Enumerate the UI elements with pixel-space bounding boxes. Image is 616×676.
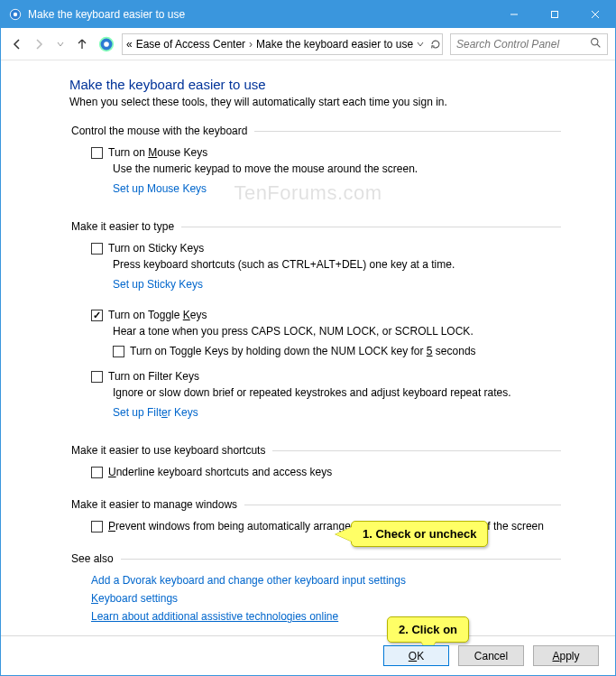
- search-icon: [590, 37, 602, 51]
- group-seealso: See also Add a Dvorak keyboard and chang…: [69, 552, 561, 635]
- group-seealso-legend: See also: [69, 552, 121, 565]
- svg-point-8: [592, 38, 598, 44]
- checkbox-sticky-keys[interactable]: [91, 243, 103, 255]
- refresh-icon[interactable]: [429, 38, 442, 51]
- desc-filter-keys: Ignore or slow down brief or repeated ke…: [113, 386, 561, 399]
- label-underline-shortcuts[interactable]: Underline keyboard shortcuts and access …: [108, 466, 332, 478]
- breadcrumb[interactable]: « Ease of Access Center › Make the keybo…: [122, 33, 443, 55]
- link-setup-filter-keys[interactable]: Set up Filter Keys: [113, 406, 198, 419]
- ok-button[interactable]: OK: [383, 645, 449, 666]
- svg-point-7: [104, 42, 109, 47]
- back-button[interactable]: [8, 35, 26, 53]
- breadcrumb-item-ease[interactable]: Ease of Access Center: [136, 38, 245, 51]
- content-area: TenForums.com Make the keyboard easier t…: [1, 60, 615, 635]
- group-mouse-legend: Control the mouse with the keyboard: [69, 125, 254, 137]
- checkbox-filter-keys[interactable]: [91, 371, 103, 383]
- breadcrumb-dropdown-icon[interactable]: [417, 41, 424, 48]
- maximize-button[interactable]: [534, 1, 575, 28]
- group-type-legend: Make it easier to type: [69, 220, 181, 233]
- minimize-button[interactable]: [493, 1, 534, 28]
- footer: 2. Click on OK Cancel Apply: [1, 635, 615, 675]
- apply-button[interactable]: Apply: [533, 645, 599, 666]
- checkbox-prevent-arrange[interactable]: [91, 521, 103, 532]
- desc-sticky-keys: Press keyboard shortcuts (such as CTRL+A…: [113, 258, 561, 271]
- link-setup-mouse-keys[interactable]: Set up Mouse Keys: [113, 182, 207, 195]
- group-shortcuts: Make it easier to use keyboard shortcuts…: [69, 444, 561, 493]
- checkbox-toggle-hold[interactable]: [113, 346, 124, 357]
- svg-line-9: [597, 44, 600, 47]
- checkbox-toggle-keys[interactable]: [91, 310, 103, 321]
- annotation-check-uncheck: 1. Check or uncheck: [351, 521, 488, 547]
- checkbox-mouse-keys[interactable]: [91, 147, 103, 159]
- checkbox-underline-shortcuts[interactable]: [91, 467, 103, 478]
- link-setup-sticky-keys[interactable]: Set up Sticky Keys: [113, 278, 203, 291]
- window-title: Make the keyboard easier to use: [28, 8, 493, 21]
- page-subtitle: When you select these tools, they will a…: [69, 96, 561, 108]
- breadcrumb-item-keyboard[interactable]: Make the keyboard easier to use: [256, 38, 413, 51]
- up-button[interactable]: [73, 35, 91, 53]
- svg-rect-3: [551, 12, 557, 18]
- desc-mouse-keys: Use the numeric keypad to move the mouse…: [113, 162, 561, 175]
- link-keyboard-settings[interactable]: Keyboard settings: [91, 592, 561, 605]
- link-assistive-tech[interactable]: Learn about additional assistive technol…: [91, 610, 561, 623]
- label-sticky-keys[interactable]: Turn on Sticky Keys: [108, 242, 204, 255]
- annotation-click-on: 2. Click on: [387, 616, 469, 643]
- group-windows-legend: Make it easier to manage windows: [69, 498, 244, 511]
- group-mouse: Control the mouse with the keyboard Turn…: [69, 125, 561, 215]
- control-panel-icon: [8, 7, 23, 22]
- label-filter-keys[interactable]: Turn on Filter Keys: [108, 370, 199, 383]
- close-button[interactable]: [575, 1, 615, 28]
- breadcrumb-icon: [98, 36, 115, 52]
- titlebar: Make the keyboard easier to use: [1, 1, 615, 28]
- group-type: Make it easier to type Turn on Sticky Ke…: [69, 220, 561, 439]
- breadcrumb-prefix[interactable]: «: [126, 38, 133, 51]
- cancel-button[interactable]: Cancel: [458, 645, 524, 666]
- desc-toggle-keys: Hear a tone when you press CAPS LOCK, NU…: [113, 325, 561, 338]
- group-shortcuts-legend: Make it easier to use keyboard shortcuts: [69, 444, 272, 457]
- recent-dropdown[interactable]: [51, 35, 69, 53]
- forward-button[interactable]: [30, 35, 48, 53]
- link-dvorak[interactable]: Add a Dvorak keyboard and change other k…: [91, 574, 561, 587]
- label-toggle-keys[interactable]: Turn on Toggle Keys: [108, 309, 207, 321]
- chevron-right-icon: ›: [249, 38, 253, 51]
- svg-point-1: [14, 13, 17, 16]
- navbar: « Ease of Access Center › Make the keybo…: [1, 28, 615, 60]
- search-placeholder: Search Control Panel: [456, 38, 559, 51]
- label-mouse-keys[interactable]: Turn on Mouse Keys: [108, 146, 207, 159]
- search-input[interactable]: Search Control Panel: [450, 33, 608, 55]
- page-title: Make the keyboard easier to use: [69, 77, 561, 92]
- label-toggle-hold[interactable]: Turn on Toggle Keys by holding down the …: [130, 345, 476, 357]
